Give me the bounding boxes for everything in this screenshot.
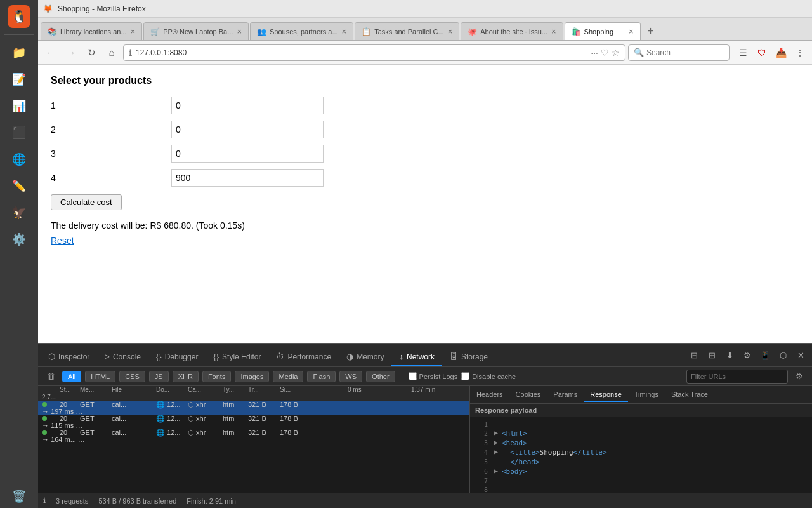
dock-bottom-icon[interactable]: ⬇ xyxy=(722,348,737,363)
clear-network-icon[interactable]: 🗑 xyxy=(43,369,58,384)
tab-about[interactable]: 🐙 About the site · Issu... × xyxy=(461,22,563,40)
network-row[interactable]: 20 GET cal... 🌐 12... ⬡ xhr html 321 B 1… xyxy=(38,401,469,415)
close-devtools-icon[interactable]: ✕ xyxy=(793,348,808,363)
trash-icon[interactable]: 🗑️ xyxy=(8,485,30,508)
filter-xhr-button[interactable]: XHR xyxy=(173,371,199,382)
tab-spouses[interactable]: 👥 Spouses, partners a... × xyxy=(250,22,353,40)
tab-timings[interactable]: Timings xyxy=(628,388,665,402)
tab-network-label: Network xyxy=(407,352,435,361)
forward-button[interactable]: → xyxy=(62,44,80,62)
filter-css-button[interactable]: CSS xyxy=(119,371,145,382)
thunderbird-icon[interactable]: 🦅 xyxy=(8,201,30,224)
bookmark-heart-icon[interactable]: ♡ xyxy=(601,48,609,58)
split-vertical-icon[interactable]: ⊞ xyxy=(704,348,719,363)
url-bar[interactable]: ℹ 127.0.0.1:8080 ··· ♡ ☆ xyxy=(123,44,625,61)
filter-options-icon[interactable]: ⚙ xyxy=(792,369,807,384)
hamburger-menu-icon[interactable]: ☰ xyxy=(735,44,751,61)
tab-shopping[interactable]: 🛍️ Shopping × xyxy=(565,22,641,40)
popout-icon[interactable]: ⬡ xyxy=(775,348,790,363)
tab-style-editor[interactable]: {} Style Editor xyxy=(206,348,268,366)
adblock-icon[interactable]: 🛡 xyxy=(754,44,770,61)
disable-cache-checkbox[interactable]: Disable cache xyxy=(461,372,516,380)
tab-close-tasks[interactable]: × xyxy=(448,27,453,36)
header-cause[interactable]: Ca... xyxy=(187,386,221,393)
calculate-button[interactable]: Calculate cost xyxy=(51,194,122,210)
calc-icon[interactable]: 📊 xyxy=(8,95,30,117)
filter-html-button[interactable]: HTML xyxy=(85,371,115,382)
responsive-icon[interactable]: 📱 xyxy=(757,348,773,363)
settings-icon[interactable]: ⚙ xyxy=(740,348,755,363)
header-type[interactable]: Ty... xyxy=(221,386,247,393)
persist-logs-input[interactable] xyxy=(409,372,417,380)
tab-tasks[interactable]: 📋 Tasks and Parallel C... × xyxy=(355,22,459,40)
filter-urls-input[interactable] xyxy=(686,370,788,384)
row3-size: 178 B xyxy=(278,429,346,436)
field-2-input[interactable] xyxy=(171,121,324,138)
reload-button[interactable]: ↻ xyxy=(82,44,100,62)
tab-library[interactable]: 📚 Library locations an... × xyxy=(41,22,142,40)
ubuntu-icon[interactable]: 🐧 xyxy=(8,5,30,28)
tab-close-library[interactable]: × xyxy=(131,27,136,36)
filter-ws-button[interactable]: WS xyxy=(339,371,362,382)
header-size[interactable]: Si... xyxy=(278,386,346,393)
filter-media-button[interactable]: Media xyxy=(273,371,303,382)
tab-console[interactable]: > Console xyxy=(97,348,148,366)
tab-close-about[interactable]: × xyxy=(551,27,556,36)
field-4-input[interactable] xyxy=(171,169,324,187)
tab-headers[interactable]: Headers xyxy=(470,388,509,402)
tab-storage-label: Storage xyxy=(461,352,488,361)
tab-cookies[interactable]: Cookies xyxy=(509,388,547,402)
new-tab-button[interactable]: + xyxy=(642,22,660,40)
tab-debugger[interactable]: {} Debugger xyxy=(148,348,206,366)
search-input[interactable] xyxy=(646,48,724,57)
overflow-icon[interactable]: ⋮ xyxy=(792,44,808,61)
header-method[interactable]: Me... xyxy=(79,386,110,393)
chrome-icon[interactable]: 🌐 xyxy=(8,148,30,171)
tab-storage[interactable]: 🗄 Storage xyxy=(442,348,495,366)
home-button[interactable]: ⌂ xyxy=(103,44,121,62)
result-text: The delivery cost will be: R$ 680.80. (T… xyxy=(51,220,799,231)
tab-network[interactable]: ↕ Network xyxy=(391,348,442,366)
tab-stack-trace[interactable]: Stack Trace xyxy=(665,388,714,402)
sketch-icon[interactable]: ✏️ xyxy=(8,175,30,197)
field-1-input[interactable] xyxy=(171,97,324,114)
filter-all-button[interactable]: All xyxy=(62,371,81,382)
tab-memory[interactable]: ◑ Memory xyxy=(339,348,391,366)
row2-cause: ⬡ xhr xyxy=(187,415,221,423)
tab-close-shopping[interactable]: × xyxy=(629,27,634,36)
persist-logs-checkbox[interactable]: Persist Logs xyxy=(409,372,458,380)
search-bar[interactable]: 🔍 xyxy=(628,44,730,61)
tab-pp[interactable]: 🛒 PP® New Laptop Ba... × xyxy=(143,22,249,40)
filter-images-button[interactable]: Images xyxy=(235,371,269,382)
tab-inspector[interactable]: ⬡ Inspector xyxy=(41,348,97,366)
header-status[interactable]: St... xyxy=(58,386,79,393)
back-button[interactable]: ← xyxy=(42,44,60,62)
tab-close-pp[interactable]: × xyxy=(237,27,242,36)
network-row[interactable]: 20 GET cal... 🌐 12... ⬡ xhr html 321 B 1… xyxy=(38,415,469,429)
filter-flash-button[interactable]: Flash xyxy=(307,371,336,382)
bookmark-star-icon[interactable]: ☆ xyxy=(612,48,620,58)
reset-link[interactable]: Reset xyxy=(51,236,74,246)
field-3-input[interactable] xyxy=(171,145,324,163)
tab-close-spouses[interactable]: × xyxy=(342,27,347,36)
system-icon[interactable]: ⚙️ xyxy=(8,228,30,251)
disable-cache-input[interactable] xyxy=(461,372,469,380)
filter-other-button[interactable]: Other xyxy=(366,371,395,382)
tab-performance[interactable]: ⏱ Performance xyxy=(268,348,339,366)
files-icon[interactable]: 📁 xyxy=(8,41,30,64)
header-domain[interactable]: Do... xyxy=(155,386,187,393)
pocket-icon[interactable]: 📥 xyxy=(773,44,789,61)
url-menu-icon[interactable]: ··· xyxy=(591,48,598,58)
header-file[interactable]: File xyxy=(110,386,155,393)
tab-response[interactable]: Response xyxy=(584,388,628,402)
requests-count: 3 requests xyxy=(56,497,88,505)
network-row[interactable]: 20 GET cal... 🌐 12... ⬡ xhr html 321 B 1… xyxy=(38,429,469,443)
filter-js-button[interactable]: JS xyxy=(149,371,169,382)
header-transferred[interactable]: Tr... xyxy=(247,386,278,393)
word-icon[interactable]: 📝 xyxy=(8,68,30,91)
tab-params[interactable]: Params xyxy=(547,388,584,402)
split-horizontal-icon[interactable]: ⊟ xyxy=(686,348,702,363)
terminal-icon[interactable]: ⬛ xyxy=(8,121,30,144)
page-title: Select your products xyxy=(51,75,799,86)
filter-fonts-button[interactable]: Fonts xyxy=(202,371,232,382)
